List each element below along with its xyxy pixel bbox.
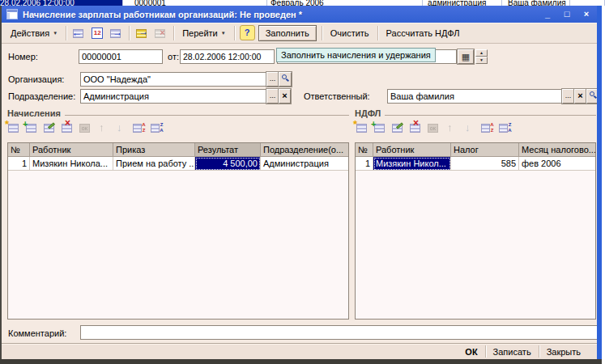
section-rule	[65, 115, 349, 116]
column-header[interactable]: №	[8, 143, 30, 157]
toolbar-separator	[66, 26, 66, 40]
title-bar[interactable]: Начисление зарплаты работникам организац…	[2, 6, 601, 23]
accruals-section-header: Начисления	[7, 108, 349, 118]
column-header[interactable]: Работник	[30, 143, 113, 157]
organization-select-button[interactable]: ...	[266, 72, 279, 87]
cell-department[interactable]: Администрация	[261, 157, 348, 171]
help-button[interactable]: ?	[240, 25, 255, 40]
delete-x-icon: ×	[65, 117, 70, 129]
department-select-button[interactable]: ...	[266, 89, 279, 104]
ndfl-table: № Работник Налог Месяц налогово... 1 Миз…	[355, 142, 596, 320]
add-row-button[interactable]: *	[5, 121, 23, 135]
cell-employee[interactable]: Мизякин Никола...	[30, 157, 113, 171]
cell-order[interactable]: Прием на работу ...	[113, 157, 195, 171]
number-label: Номер:	[8, 52, 38, 61]
spin-up-button[interactable]: ▲	[475, 49, 488, 57]
sort-az-icon: AZ	[141, 122, 147, 133]
undo-post-button-disabled: ×	[152, 25, 169, 41]
sort-desc-button[interactable]: ZA	[147, 121, 165, 135]
calendar-button[interactable]: ▦	[458, 49, 474, 64]
reread-arrow-icon: ←	[71, 27, 82, 39]
magnifier-icon	[282, 74, 288, 81]
goto-menu-button[interactable]: Перейти ▼	[177, 26, 231, 40]
accruals-table-header: № Работник Приказ Результат Подразделени…	[8, 143, 348, 157]
clear-button[interactable]: Очистить	[326, 26, 374, 40]
toolbar-separator	[322, 26, 322, 40]
set-time-button[interactable]: 12	[89, 25, 106, 41]
close-button[interactable]: ×	[580, 9, 593, 20]
column-header[interactable]: Результат	[195, 143, 261, 157]
set-time-icon: 12	[92, 28, 103, 39]
delete-row-button[interactable]: ×	[407, 121, 424, 135]
save-ok-icon: OK	[428, 124, 438, 133]
number-field[interactable]	[79, 49, 163, 64]
delete-row-button[interactable]: ×	[58, 121, 76, 135]
finish-edit-button-disabled: OK	[76, 121, 94, 135]
cell-result-selected[interactable]: 4 500,00	[195, 157, 261, 171]
responsible-label: Ответственный:	[304, 91, 370, 101]
fill-button[interactable]: Заполнить	[258, 25, 317, 41]
sort-asc-button[interactable]: AZ	[478, 121, 496, 135]
close-window-button[interactable]: Закрыть	[539, 345, 588, 358]
move-up-button-disabled: ↑	[94, 121, 112, 135]
add-star-icon: *	[5, 118, 9, 130]
responsible-field[interactable]	[387, 89, 562, 104]
minimize-button[interactable]: _	[541, 9, 554, 20]
post-arrow-icon: →	[138, 26, 148, 37]
responsible-clear-button[interactable]: ×	[574, 89, 586, 104]
sort-az-icon: AZ	[489, 122, 495, 133]
cell-tax-month[interactable]: фев 2006	[519, 157, 595, 171]
department-clear-button[interactable]: ×	[279, 89, 291, 104]
add-row-button[interactable]: *	[353, 121, 371, 135]
column-header[interactable]: Налог	[451, 143, 519, 157]
spin-down-button[interactable]: ▼	[475, 57, 488, 64]
cell-tax[interactable]: 585	[451, 157, 519, 171]
save-button[interactable]: Записать	[486, 345, 539, 358]
post-document-button[interactable]: →	[134, 25, 151, 41]
cell-employee-selected[interactable]: Мизякин Никол...	[373, 157, 451, 171]
column-header[interactable]: №	[356, 143, 373, 157]
save-ok-icon: OK	[79, 124, 90, 133]
document-window: Начисление зарплаты работникам организац…	[0, 6, 601, 359]
arrow-up-icon: ↑	[99, 121, 104, 133]
actions-menu-button[interactable]: Действия ▼	[6, 26, 62, 40]
reread-document-button[interactable]: ←	[70, 25, 87, 41]
copy-row-button[interactable]: +	[371, 121, 389, 135]
maximize-button[interactable]: □	[560, 9, 573, 20]
ndfl-table-toolbar: * + × OK ↑ ↓ AZ ZA	[353, 121, 513, 135]
column-header[interactable]: Месяц налогово...	[519, 143, 595, 157]
copy-document-button[interactable]: →	[108, 25, 125, 41]
magnifier-icon	[590, 91, 596, 98]
sort-asc-button[interactable]: AZ	[130, 121, 147, 135]
ok-button[interactable]: ОК	[458, 345, 484, 358]
move-up-button-disabled: ↑	[442, 121, 460, 135]
finish-edit-button-disabled: OK	[424, 121, 442, 135]
goto-menu-label: Перейти	[182, 28, 218, 38]
organization-open-button[interactable]	[279, 72, 292, 87]
comment-field[interactable]	[80, 325, 599, 340]
toolbar-separator	[173, 26, 174, 40]
column-header[interactable]: Приказ	[113, 143, 195, 157]
edit-row-button[interactable]	[40, 121, 58, 135]
department-label: Подразделение:	[8, 91, 75, 101]
bg-cell-number: 0000001	[123, 0, 267, 6]
sort-za-icon: ZA	[159, 122, 164, 133]
add-star-icon: *	[353, 118, 357, 130]
plus-icon: +	[23, 119, 28, 129]
column-header[interactable]: Работник	[373, 143, 451, 157]
edit-row-button[interactable]	[389, 121, 407, 135]
table-row[interactable]: 1 Мизякин Никол... 585 фев 2006	[356, 157, 595, 171]
table-row[interactable]: 1 Мизякин Никола... Прием на работу ... …	[8, 157, 348, 171]
accruals-section-title: Начисления	[7, 108, 61, 118]
cell-line-number[interactable]: 1	[356, 157, 373, 171]
column-header[interactable]: Подразделение(о...	[261, 143, 348, 157]
responsible-select-button[interactable]: ...	[562, 89, 574, 104]
organization-field[interactable]	[80, 72, 266, 87]
date-field[interactable]	[180, 49, 275, 64]
department-field[interactable]	[80, 89, 266, 104]
cell-line-number[interactable]: 1	[8, 157, 30, 171]
toolbar-separator	[377, 26, 378, 40]
copy-row-button[interactable]: +	[23, 121, 40, 135]
sort-desc-button[interactable]: ZA	[496, 121, 513, 135]
calc-ndfl-button[interactable]: Рассчитать НДФЛ	[381, 26, 465, 40]
